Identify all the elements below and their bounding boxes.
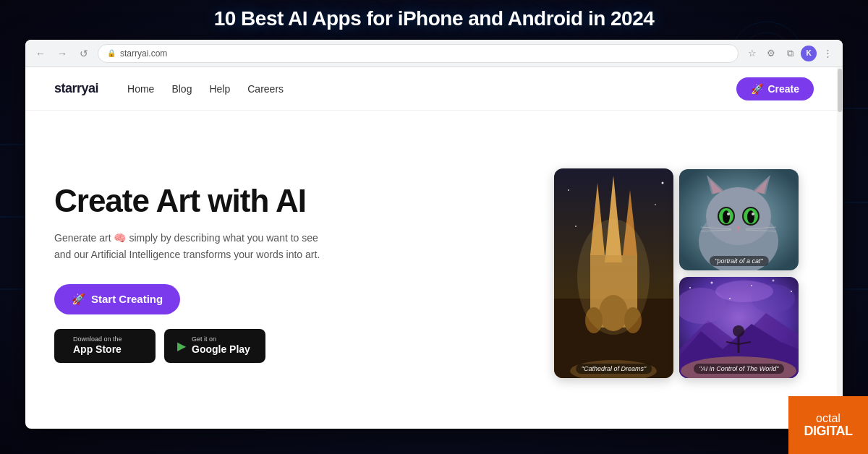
play-icon: ▶: [177, 339, 186, 353]
star-button[interactable]: ☆: [744, 46, 760, 61]
address-bar[interactable]: 🔒 starryai.com: [98, 44, 739, 63]
hero-subtitle: Generate art 🧠 simply by describing what…: [54, 230, 329, 262]
octal-line2: DIGITAL: [804, 424, 852, 437]
svg-point-57: [791, 291, 792, 292]
create-icon: 🚀: [751, 83, 763, 95]
hero-left: Create Art with AI Generate art 🧠 simply…: [54, 132, 539, 414]
nav-home[interactable]: Home: [127, 83, 154, 95]
google-play-text: Get it on Google Play: [192, 336, 250, 356]
back-button[interactable]: ←: [33, 46, 48, 61]
svg-point-59: [729, 298, 731, 299]
browser-actions: ☆ ⚙ ⧉ K ⋮: [744, 46, 835, 61]
svg-point-56: [751, 285, 752, 286]
lock-icon: 🔒: [107, 49, 116, 57]
site-navbar: starryai Home Blog Help Careers 🚀 Create: [25, 67, 843, 111]
start-creating-icon: 🚀: [72, 293, 85, 306]
app-store-text: Download on the App Store: [73, 336, 122, 356]
svg-point-54: [689, 287, 691, 288]
scrollbar[interactable]: [837, 67, 843, 429]
svg-point-39: [727, 213, 730, 215]
svg-point-20: [577, 219, 650, 335]
create-label: Create: [767, 83, 799, 95]
cat-label: "portrait of a cat": [709, 256, 768, 266]
octal-line1: octal: [816, 413, 841, 424]
svg-point-28: [706, 187, 771, 245]
website-content: starryai Home Blog Help Careers 🚀 Create…: [25, 67, 843, 429]
profile-button[interactable]: K: [801, 46, 817, 61]
address-text: starryai.com: [120, 48, 167, 59]
svg-point-25: [662, 182, 664, 184]
menu-button[interactable]: ⋮: [820, 46, 835, 61]
image-grid: "Cathedral of Dreams": [554, 168, 799, 378]
site-nav-links: Home Blog Help Careers: [127, 83, 284, 95]
hero-section: Create Art with AI Generate art 🧠 simply…: [25, 111, 843, 429]
cathedral-label: "Cathedral of Dreams": [576, 364, 652, 374]
settings-button[interactable]: ⚙: [763, 46, 779, 61]
nav-careers[interactable]: Careers: [247, 83, 284, 95]
refresh-button[interactable]: ↺: [76, 46, 92, 61]
forward-button[interactable]: →: [54, 46, 70, 61]
svg-point-40: [752, 213, 754, 215]
svg-point-53: [715, 280, 773, 302]
start-creating-button[interactable]: 🚀 Start Creating: [54, 284, 180, 314]
world-label: "AI in Control of The World": [694, 364, 785, 374]
svg-point-60: [733, 325, 744, 337]
svg-point-55: [711, 282, 713, 284]
app-store-button[interactable]: Download on the App Store: [54, 329, 156, 363]
site-logo: starryai: [54, 81, 98, 96]
svg-point-58: [773, 280, 775, 282]
app-store-small: Download on the: [73, 336, 122, 343]
svg-point-24: [575, 226, 576, 227]
app-store-name: App Store: [73, 343, 122, 356]
nav-blog[interactable]: Blog: [171, 83, 192, 95]
art-card-cat: "portrait of a cat": [679, 169, 799, 270]
nav-help[interactable]: Help: [209, 83, 230, 95]
scrollbar-thumb[interactable]: [838, 69, 842, 112]
svg-point-22: [568, 189, 569, 191]
hero-right: "Cathedral of Dreams": [539, 132, 814, 414]
browser-chrome: ← → ↺ 🔒 starryai.com ☆ ⚙ ⧉ K ⋮: [25, 40, 843, 67]
svg-point-38: [747, 210, 754, 223]
art-card-cathedral: "Cathedral of Dreams": [554, 168, 673, 378]
hero-title: Create Art with AI: [54, 184, 524, 218]
svg-point-37: [723, 210, 730, 223]
start-creating-label: Start Creating: [91, 293, 163, 305]
browser-window: ← → ↺ 🔒 starryai.com ☆ ⚙ ⧉ K ⋮ starryai: [25, 40, 843, 429]
octal-badge: octal DIGITAL: [788, 396, 868, 454]
tab-button[interactable]: ⧉: [782, 46, 798, 61]
store-buttons: Download on the App Store ▶ Get it on Go…: [54, 329, 524, 363]
page-title: 10 Best AI Apps for iPhone and Android i…: [0, 7, 868, 30]
create-button[interactable]: 🚀 Create: [736, 77, 814, 100]
google-play-small: Get it on: [192, 336, 216, 343]
art-card-world: "AI in Control of The World": [679, 277, 799, 378]
google-play-button[interactable]: ▶ Get it on Google Play: [164, 329, 265, 363]
google-play-name: Google Play: [192, 343, 250, 356]
svg-point-23: [655, 204, 656, 205]
